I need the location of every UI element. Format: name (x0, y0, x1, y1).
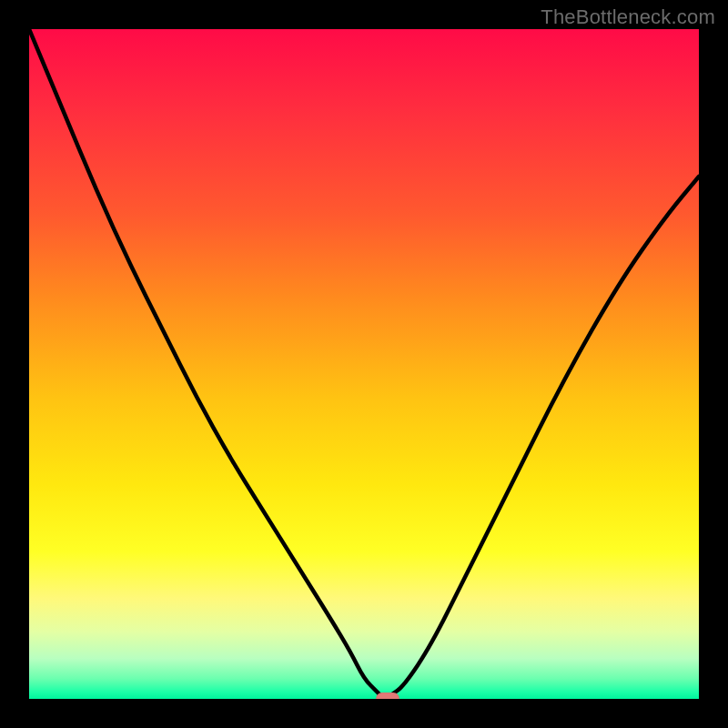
optimal-marker (376, 693, 399, 699)
watermark-label: TheBottleneck.com (541, 5, 715, 29)
bottleneck-curve (29, 29, 699, 699)
plot-area (29, 29, 699, 699)
chart-stage: TheBottleneck.com (0, 0, 728, 728)
